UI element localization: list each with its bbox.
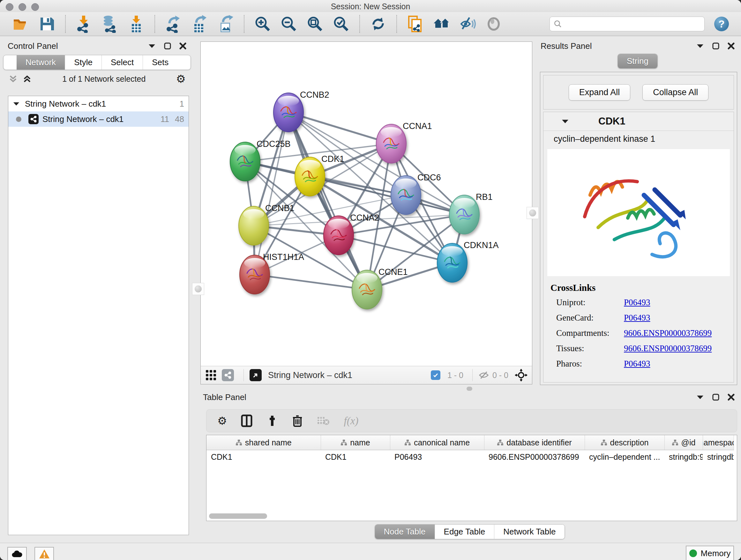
tree-expander-icon[interactable] — [13, 101, 20, 106]
cell-id[interactable]: stringdb:9... — [664, 450, 703, 464]
collapse-panel-icon[interactable] — [696, 395, 704, 400]
network-collection-row[interactable]: String Network – cdk1 1 — [8, 96, 189, 111]
tab-sets[interactable]: Sets — [143, 55, 178, 70]
crosslink-tissues[interactable]: 9606.ENSP00000378699 — [624, 344, 712, 354]
save-session-icon[interactable] — [38, 15, 56, 33]
show-columns-icon[interactable] — [241, 415, 253, 427]
tab-edge-table[interactable]: Edge Table — [434, 524, 494, 539]
import-network-icon[interactable] — [75, 15, 93, 33]
tab-node-table[interactable]: Node Table — [375, 524, 434, 539]
hide-eye-icon[interactable] — [459, 15, 476, 33]
float-panel-icon[interactable] — [712, 394, 719, 401]
network-row-selected[interactable]: String Network – cdk1 11 48 — [8, 111, 189, 127]
cell-description[interactable]: cyclin–dependent ... — [585, 450, 664, 464]
warning-button[interactable] — [35, 547, 54, 560]
network-node-CDK1[interactable]: CDK1 — [295, 154, 344, 196]
horizontal-scrollbar[interactable] — [209, 513, 267, 519]
network-edge-CCNB2-HIST1H1A[interactable] — [255, 112, 288, 274]
grid-view-icon[interactable] — [205, 369, 217, 381]
network-node-RB1[interactable]: RB1 — [449, 192, 493, 234]
cell-namespace[interactable]: stringdb — [703, 450, 734, 464]
tab-style[interactable]: Style — [65, 55, 102, 70]
homes-icon[interactable] — [432, 15, 450, 33]
hidden-eye-icon[interactable] — [478, 370, 489, 380]
cell-name[interactable]: CDK1 — [321, 450, 390, 464]
expand-all-button[interactable]: Expand All — [569, 84, 630, 101]
clone-network-icon[interactable] — [406, 15, 424, 33]
import-table-icon[interactable] — [127, 15, 145, 33]
network-edge-HIST1H1A-CCNE1[interactable] — [255, 274, 367, 290]
crosslink-uniprot[interactable]: P06493 — [624, 298, 650, 307]
network-node-CDC6[interactable]: CDC6 — [391, 173, 441, 214]
crosslink-pharos[interactable]: P06493 — [624, 359, 650, 369]
float-panel-icon[interactable] — [712, 43, 719, 50]
open-file-icon[interactable] — [12, 15, 30, 33]
network-edge-CCNA2-CDKN1A[interactable] — [339, 235, 452, 263]
cell-shared-name[interactable]: CDK1 — [206, 450, 321, 464]
close-panel-icon[interactable] — [179, 43, 186, 50]
network-node-CCNB2[interactable]: CCNB2 — [273, 90, 329, 132]
network-edge-CCNB2-CCNE1[interactable] — [288, 112, 367, 290]
tab-string[interactable]: String — [618, 54, 657, 68]
search-input[interactable] — [565, 19, 700, 29]
collapse-all-button[interactable]: Collapse All — [643, 84, 709, 101]
column-header[interactable]: name — [321, 435, 390, 450]
crosshair-icon[interactable] — [515, 369, 528, 381]
network-edge-CCNB2-CCNA1[interactable] — [288, 112, 391, 144]
cell-database-identifier[interactable]: 9606.ENSP00000378699 — [484, 450, 585, 464]
expand-all-networks-icon[interactable] — [22, 74, 32, 84]
zoom-out-icon[interactable] — [280, 15, 298, 33]
network-options-gear-icon[interactable]: ⚙ — [176, 73, 186, 84]
left-divider-grip[interactable] — [192, 283, 204, 295]
function-builder-icon[interactable]: f(x) — [344, 415, 358, 427]
section-expander-icon[interactable] — [561, 119, 569, 124]
close-panel-icon[interactable] — [728, 394, 735, 401]
tab-network[interactable]: Network — [17, 55, 65, 70]
network-graph[interactable]: CCNB2CCNA1CDC25BCDK1CDC6RB1CCNB1CCNA2CDK… — [201, 42, 532, 366]
column-header[interactable]: database identifier — [484, 435, 585, 450]
add-column-icon[interactable] — [266, 415, 278, 427]
help-icon[interactable]: ? — [714, 17, 729, 31]
delete-column-icon[interactable] — [292, 415, 303, 427]
export-network-icon[interactable] — [164, 15, 182, 33]
selected-checkbox-icon[interactable] — [431, 370, 441, 380]
network-badge-icon[interactable] — [222, 369, 234, 381]
delete-table-icon[interactable] — [317, 416, 330, 426]
inactive-eye-icon[interactable] — [485, 15, 502, 33]
zoom-fit-icon[interactable] — [306, 15, 324, 33]
birdseye-icon[interactable] — [250, 369, 262, 381]
crosslink-compartments[interactable]: 9606.ENSP00000378699 — [624, 328, 712, 338]
network-node-CCNE1[interactable]: CCNE1 — [352, 267, 408, 309]
zoom-in-icon[interactable] — [254, 15, 272, 33]
column-header[interactable]: shared name — [206, 435, 321, 450]
column-header[interactable]: @id — [664, 435, 703, 450]
zoom-selected-icon[interactable] — [332, 15, 350, 33]
right-divider-grip[interactable] — [527, 207, 539, 219]
import-database-icon[interactable] — [101, 15, 119, 33]
tab-network-table[interactable]: Network Table — [494, 524, 564, 539]
table-row[interactable]: CDK1 CDK1 P06493 9606.ENSP00000378699 cy… — [206, 450, 734, 464]
network-node-CCNA2[interactable]: CCNA2 — [324, 213, 380, 255]
float-panel-icon[interactable] — [164, 43, 171, 50]
collapse-all-networks-icon[interactable] — [8, 74, 18, 84]
cloud-button[interactable] — [7, 547, 27, 560]
collapse-panel-icon[interactable] — [148, 44, 156, 49]
network-node-CDKN1A[interactable]: CDKN1A — [437, 240, 499, 282]
table-options-gear-icon[interactable]: ⚙ — [217, 415, 227, 426]
column-header[interactable]: description — [585, 435, 664, 450]
tab-select[interactable]: Select — [102, 55, 143, 70]
refresh-icon[interactable] — [369, 15, 387, 33]
table-panel: Table Panel ⚙ f(x) shared name name — [200, 390, 739, 543]
memory-button[interactable]: Memory — [686, 546, 734, 560]
bottom-divider-grip[interactable] — [467, 387, 472, 391]
export-table-icon[interactable] — [191, 15, 208, 33]
column-header[interactable]: canonical name — [390, 435, 484, 450]
export-image-icon[interactable] — [217, 15, 234, 33]
close-panel-icon[interactable] — [728, 43, 735, 50]
network-node-CDC25B[interactable]: CDC25B — [230, 139, 291, 181]
network-node-HIST1H1A[interactable]: HIST1H1A — [240, 252, 304, 294]
column-header[interactable]: namespace — [703, 435, 734, 450]
crosslink-genecard[interactable]: P06493 — [624, 313, 650, 323]
cell-canonical-name[interactable]: P06493 — [390, 450, 484, 464]
collapse-panel-icon[interactable] — [696, 44, 704, 49]
